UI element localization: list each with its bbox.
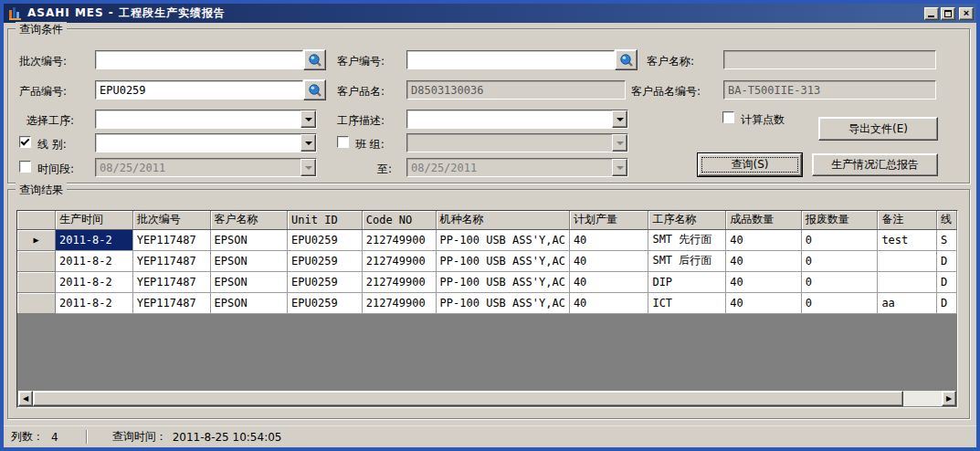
horizontal-scrollbar[interactable]: ◀ ▶: [18, 391, 956, 406]
process-desc-combo[interactable]: [406, 110, 628, 129]
chevron-down-icon: [616, 142, 624, 145]
table-cell[interactable]: YEP117487: [132, 229, 210, 250]
product-no-search-button[interactable]: [303, 79, 326, 100]
column-header[interactable]: 报废数量: [801, 211, 878, 229]
table-cell[interactable]: 40: [726, 292, 802, 313]
table-cell[interactable]: 2011-8-2: [55, 271, 132, 292]
table-cell[interactable]: 212749900: [362, 229, 436, 250]
table-cell[interactable]: YEP117487: [132, 271, 210, 292]
column-header[interactable]: 备注: [878, 211, 937, 229]
line-label: 线 别:: [37, 137, 67, 152]
table-cell[interactable]: 40: [569, 292, 648, 313]
table-cell[interactable]: EPU0259: [288, 250, 363, 271]
table-cell[interactable]: EPSON: [210, 271, 288, 292]
calc-points-checkbox[interactable]: [722, 111, 734, 123]
period-checkbox[interactable]: [19, 161, 31, 173]
table-cell[interactable]: [878, 271, 937, 292]
column-header[interactable]: 成品数量: [726, 211, 802, 229]
column-header[interactable]: Unit ID: [288, 211, 363, 229]
column-header[interactable]: 线: [936, 211, 956, 229]
table-cell[interactable]: PP-100 USB ASS'Y,AC: [436, 229, 569, 250]
process-select-dropdown-button[interactable]: [300, 110, 316, 128]
column-header[interactable]: 客户名称: [210, 211, 288, 229]
scroll-left-button[interactable]: ◀: [18, 391, 33, 406]
query-time-label: 查询时间：: [112, 429, 167, 445]
table-cell[interactable]: 40: [569, 250, 648, 271]
table-cell[interactable]: YEP117487: [132, 292, 210, 313]
table-cell[interactable]: test: [878, 229, 937, 250]
search-button[interactable]: 查询(S): [698, 153, 802, 176]
table-cell[interactable]: YEP117487: [132, 250, 210, 271]
maximize-button[interactable]: [941, 7, 955, 20]
column-header[interactable]: 计划产量: [569, 211, 648, 229]
app-window: ASAHI MES - 工程段生产实绩报告 × 查询条件 批次编号: 客户编号:: [0, 0, 980, 451]
column-header[interactable]: Code NO: [362, 211, 436, 229]
table-cell[interactable]: EPSON: [210, 292, 288, 313]
row-selector-header[interactable]: [17, 211, 55, 229]
row-count-value: 4: [51, 431, 58, 444]
team-checkbox[interactable]: [337, 136, 349, 148]
customer-no-input[interactable]: [406, 50, 615, 69]
table-cell[interactable]: aa: [878, 292, 937, 313]
table-cell[interactable]: D: [936, 271, 956, 292]
table-cell[interactable]: 2011-8-2: [55, 250, 132, 271]
line-dropdown-button[interactable]: [300, 134, 316, 152]
table-cell[interactable]: EPSON: [210, 229, 288, 250]
table-cell[interactable]: SMT 后行面: [648, 250, 726, 271]
table-cell[interactable]: 40: [726, 229, 802, 250]
table-cell[interactable]: 40: [569, 229, 648, 250]
minimize-button[interactable]: [924, 7, 939, 20]
table-cell[interactable]: 212749900: [362, 271, 436, 292]
period-label: 时间段:: [37, 162, 74, 177]
column-header[interactable]: 生产时间: [55, 211, 132, 229]
table-cell[interactable]: 40: [726, 271, 802, 292]
table-cell[interactable]: PP-100 USB ASS'Y,AC: [436, 292, 569, 313]
table-cell[interactable]: DIP: [648, 271, 726, 292]
scrollbar-thumb[interactable]: [33, 391, 903, 406]
table-cell[interactable]: 212749900: [362, 292, 436, 313]
table-cell[interactable]: 2011-8-2: [55, 229, 132, 250]
table-cell[interactable]: EPU0259: [288, 271, 363, 292]
column-header[interactable]: 工序名称: [648, 211, 726, 229]
table-cell[interactable]: 40: [726, 250, 802, 271]
table-cell[interactable]: S: [936, 229, 956, 250]
table-cell[interactable]: 0: [801, 250, 878, 271]
table-cell[interactable]: EPU0259: [288, 292, 363, 313]
close-button[interactable]: ×: [959, 7, 974, 20]
table-cell[interactable]: EPSON: [210, 250, 288, 271]
row-selector[interactable]: ▶: [17, 229, 55, 250]
column-header[interactable]: 批次编号: [132, 211, 210, 229]
row-selector[interactable]: [17, 271, 55, 292]
customer-no-search-button[interactable]: [615, 49, 638, 70]
table-cell[interactable]: EPU0259: [288, 229, 363, 250]
table-cell[interactable]: 0: [801, 271, 878, 292]
production-summary-report-button[interactable]: 生产情况汇总报告: [812, 153, 938, 176]
table-cell[interactable]: 0: [801, 292, 878, 313]
row-count-label: 列数：: [11, 429, 44, 445]
row-selector[interactable]: [17, 292, 55, 313]
table-cell[interactable]: PP-100 USB ASS'Y,AC: [436, 271, 569, 292]
scroll-right-button[interactable]: ▶: [942, 391, 956, 406]
batch-no-input[interactable]: [95, 50, 303, 69]
row-selector[interactable]: [17, 250, 55, 271]
table-cell[interactable]: 0: [801, 229, 878, 250]
line-checkbox[interactable]: [19, 136, 31, 148]
batch-no-search-button[interactable]: [303, 49, 326, 70]
process-select-combo[interactable]: [95, 110, 317, 129]
line-combo[interactable]: [95, 133, 317, 152]
table-cell[interactable]: SMT 先行面: [648, 229, 726, 250]
process-desc-label: 工序描述:: [337, 113, 385, 129]
table-cell[interactable]: D: [936, 292, 956, 313]
table-cell[interactable]: [878, 250, 937, 271]
product-no-input[interactable]: [95, 80, 303, 100]
column-header[interactable]: 机种名称: [436, 211, 569, 229]
process-desc-dropdown-button[interactable]: [612, 110, 627, 128]
export-file-button[interactable]: 导出文件(E): [818, 117, 938, 141]
table-cell[interactable]: PP-100 USB ASS'Y,AC: [436, 250, 569, 271]
table-cell[interactable]: ICT: [648, 292, 726, 313]
table-cell[interactable]: 2011-8-2: [55, 292, 132, 313]
table-cell[interactable]: D: [936, 250, 956, 271]
table-cell[interactable]: 212749900: [362, 250, 436, 271]
table-cell[interactable]: 40: [569, 271, 648, 292]
customer-item-label: 客户品名:: [337, 84, 385, 100]
